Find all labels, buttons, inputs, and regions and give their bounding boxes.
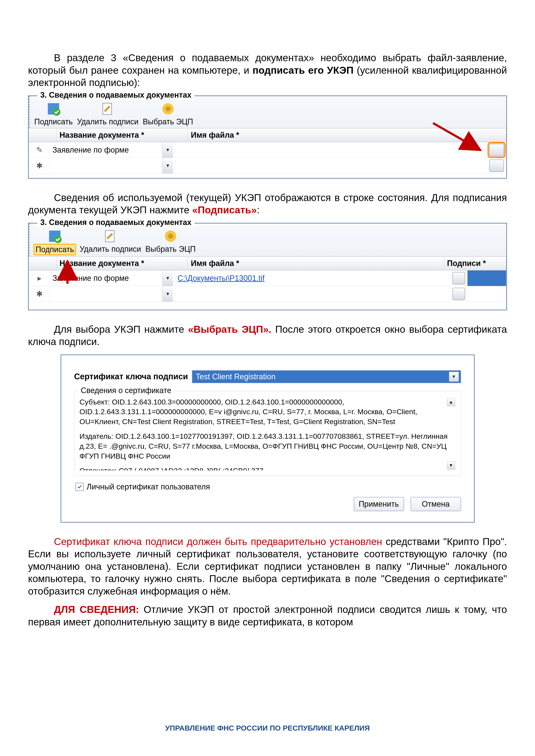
- choose-cert-button[interactable]: Выбрать ЭЦП: [143, 101, 193, 126]
- chevron-down-icon[interactable]: ▼: [162, 158, 173, 174]
- text: :: [257, 204, 260, 216]
- intro-paragraph-1: В разделе 3 «Сведения о подаваемых докум…: [28, 52, 507, 89]
- table-row[interactable]: ✱ ▼: [29, 286, 506, 302]
- label: Подписать: [34, 117, 73, 126]
- table-row[interactable]: ▸ Заявление по форме ▼ C:\Документы\P130…: [29, 270, 506, 286]
- doc-type-combo[interactable]: Заявление по форме ▼: [52, 142, 173, 158]
- cert-info-group: Сведения о сертификате Субъект: OID.1.2.…: [74, 391, 461, 476]
- cert-issuer-line: Издатель: OID.1.2.643.100.1=102770019139…: [80, 431, 456, 461]
- certificate-dialog: Сертификат ключа подписи Test Client Reg…: [61, 355, 475, 523]
- text: Для выбора УКЭП нажмите: [54, 324, 188, 335]
- col-file-name: Имя файла *: [188, 128, 506, 142]
- col-doc-name: Название документа *: [56, 128, 188, 142]
- label: Выбрать ЭЦП: [143, 117, 193, 126]
- group-title: Сведения о сертификате: [79, 386, 174, 395]
- browse-file-button[interactable]: [452, 272, 465, 284]
- grid-header: Название документа * Имя файла *: [29, 128, 506, 142]
- table-row[interactable]: ✎ Заявление по форме ▼: [29, 142, 506, 158]
- cancel-button[interactable]: Отмена: [410, 497, 461, 511]
- panel-title: 3. Сведения о подаваемых документах: [37, 91, 194, 99]
- text-red: Сертификат ключа подписи должен быть пре…: [54, 536, 382, 547]
- svg-point-4: [165, 106, 170, 111]
- text-red: «Подписать»: [192, 204, 257, 216]
- row-indicator-icon: ✎: [29, 142, 50, 158]
- seal-icon: [160, 101, 176, 116]
- label: Отмена: [422, 500, 450, 509]
- paragraph-5: ДЛЯ СВЕДЕНИЯ: Отличие УКЭП от простой эл…: [28, 604, 507, 628]
- combo-value: Заявление по форме: [52, 274, 129, 283]
- col-file-name: Имя файла *: [188, 257, 444, 270]
- paragraph-4: Сертификат ключа подписи должен быть пре…: [28, 535, 507, 598]
- apply-button[interactable]: Применить: [354, 497, 404, 511]
- text-bold: подписать его УКЭП: [253, 65, 353, 76]
- browse-file-button[interactable]: [489, 144, 504, 156]
- eraser-icon: [103, 229, 118, 244]
- browse-file-button[interactable]: [452, 288, 465, 300]
- page-footer: УПРАВЛЕНИЕ ФНС РОССИИ ПО РЕСПУБЛИКЕ КАРЕ…: [0, 724, 535, 732]
- signatures-cell[interactable]: [467, 270, 506, 286]
- eraser-icon: [100, 101, 115, 116]
- label: Выбрать ЭЦП: [145, 245, 196, 254]
- cert-thumbprint-line: Отпечаток: C97 ( 94087 )AD22 :12D8 J0B( …: [80, 466, 456, 471]
- chevron-down-icon[interactable]: ▼: [162, 286, 173, 302]
- checkbox-label: Личный сертификат пользователя: [87, 482, 210, 491]
- new-row-icon: ✱: [29, 158, 50, 174]
- doc-type-combo[interactable]: Заявление по форме ▼: [52, 270, 173, 286]
- new-row-icon: ✱: [29, 286, 50, 302]
- combo-value: Заявление по форме: [52, 146, 129, 154]
- documents-panel-1: 3. Сведения о подаваемых документах Подп…: [28, 95, 507, 179]
- cert-info-textarea[interactable]: Субъект: OID.1.2.643.100.3=00000000000, …: [80, 397, 456, 471]
- sign-button[interactable]: Подписать: [34, 101, 73, 126]
- chevron-down-icon[interactable]: ▼: [449, 372, 459, 382]
- col-signatures: Подписи *: [444, 257, 506, 270]
- cert-key-label: Сертификат ключа подписи: [74, 372, 188, 381]
- sign-button[interactable]: Подписать: [34, 229, 75, 255]
- choose-cert-button[interactable]: Выбрать ЭЦП: [145, 229, 196, 255]
- text-red-bold: ДЛЯ СВЕДЕНИЯ:: [54, 604, 139, 615]
- label: Удалить подписи: [77, 117, 138, 126]
- panel-toolbar: Подписать Удалить подписи Выбрать ЭЦП: [29, 224, 506, 256]
- text-red: «Выбрать ЭЦП».: [188, 324, 271, 335]
- documents-panel-2: 3. Сведения о подаваемых документах Подп…: [28, 223, 507, 310]
- cert-selected-value: Test Client Registration: [196, 372, 276, 381]
- grid-header: Название документа * Имя файла * Подписи…: [29, 256, 506, 270]
- seal-icon: [163, 229, 178, 244]
- panel-title: 3. Сведения о подаваемых документах: [37, 218, 194, 227]
- scrollbar[interactable]: ▲ ▼: [447, 397, 456, 471]
- scroll-up-icon[interactable]: ▲: [447, 398, 455, 406]
- chevron-down-icon[interactable]: ▼: [162, 142, 173, 158]
- current-row-icon: ▸: [29, 270, 50, 286]
- paragraph-3: Для выбора УКЭП нажмите «Выбрать ЭЦП». П…: [28, 323, 507, 348]
- label-highlighted: Подписать: [34, 245, 75, 255]
- svg-point-10: [168, 233, 173, 239]
- sign-icon: [46, 101, 61, 116]
- browse-file-button[interactable]: [489, 159, 504, 172]
- file-path-link[interactable]: C:\Документы\P13001.tif: [178, 274, 265, 283]
- doc-type-combo[interactable]: ▼: [52, 158, 173, 174]
- sign-icon: [47, 229, 62, 244]
- text: Сведения об используемой (текущей) УКЭП …: [28, 192, 507, 216]
- cert-select[interactable]: Test Client Registration ▼: [192, 370, 461, 383]
- label: Применить: [359, 500, 399, 509]
- delete-signatures-button[interactable]: Удалить подписи: [80, 229, 141, 255]
- cert-subject-line: Субъект: OID.1.2.643.100.3=00000000000, …: [80, 397, 456, 427]
- table-row[interactable]: ✱ ▼: [29, 158, 506, 174]
- scroll-down-icon[interactable]: ▼: [447, 461, 455, 470]
- doc-type-combo[interactable]: ▼: [52, 286, 173, 302]
- personal-cert-checkbox[interactable]: [75, 483, 84, 491]
- chevron-down-icon[interactable]: ▼: [162, 270, 173, 286]
- delete-signatures-button[interactable]: Удалить подписи: [77, 101, 138, 126]
- col-doc-name: Название документа *: [56, 257, 188, 270]
- paragraph-2: Сведения об используемой (текущей) УКЭП …: [28, 192, 507, 216]
- panel-toolbar: Подписать Удалить подписи Выбрать ЭЦП: [29, 96, 506, 128]
- label: Удалить подписи: [80, 245, 141, 254]
